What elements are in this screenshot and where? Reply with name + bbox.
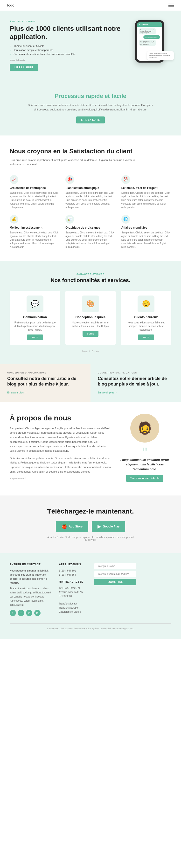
footer-email-input[interactable] [94, 571, 136, 577]
service-title-0: Communication [14, 315, 56, 319]
footer-link-1[interactable]: Transferts aéroport [59, 606, 87, 610]
service-btn-0[interactable]: SUITE [27, 335, 43, 340]
footer-address-title: NOTRE ADRESSE [59, 580, 87, 583]
feature-icon-4: 📊 [66, 215, 74, 223]
download-sub-text: Accéder à notre étude d'or pour explique… [47, 536, 134, 541]
service-text-1: Notre conception inspirée est amet matti… [69, 321, 112, 328]
blog-card-1: Conception d'applications Consultez notr… [90, 364, 181, 402]
services-grid: 💬 Communication Pretium tortor ipsum qui… [10, 291, 171, 345]
footer-link-0[interactable]: Transferts locaux [59, 601, 87, 606]
hero-image-label: Image de Freepik [10, 59, 121, 61]
googleplay-icon: ▶ [98, 524, 101, 529]
blog-label-0: Conception d'applications [7, 372, 83, 374]
feature-icon-1: 🎯 [66, 175, 74, 184]
hero-title: Plus de 1000 clients utilisant notre app… [10, 25, 121, 41]
service-card-1: 🎨 Conception inspirée Notre conception i… [65, 291, 116, 345]
footer-col-phone: APPELEZ-NOUS 1 (234) 567 891 1 (234) 987… [59, 563, 87, 616]
feature-item-2: ⏰ Le temps, c'est de l'argent Sample tex… [121, 175, 171, 209]
service-text-2: Nous vous aidons à vous faire à et sempe… [125, 321, 167, 332]
feature-text-0: Sample text. Click to select the text bo… [10, 191, 60, 209]
hero-floating-card: Lorem ipsum dolor sit amet adipiscing el… [147, 51, 174, 60]
service-title-2: Clients heureux [125, 315, 167, 319]
footer-bottom-text: Sample text. Click to select the text bo… [10, 627, 171, 630]
linkedin-button[interactable]: Trouvez-moi sur LinkedIn [126, 475, 163, 482]
about-profile: 🧔 " I help companies tincidunt tortor al… [118, 414, 171, 482]
footer-link-2[interactable]: Excursions et visites [59, 610, 87, 614]
feature-text-1: Sample text. Click to select the text bo… [66, 191, 115, 209]
about-title: À propos de nous [10, 414, 111, 422]
facebook-icon[interactable]: f [10, 610, 16, 616]
feature-item-1: 🎯 Planification stratégique Sample text.… [66, 175, 115, 209]
hero-list-item: Tarification simple et transparente [10, 49, 121, 52]
blog-card-0: Conception d'applications Consultez notr… [0, 364, 90, 402]
service-btn-1[interactable]: SUITE [82, 331, 98, 337]
footer: Entrer en contact Nous pouvons garantir … [0, 553, 181, 640]
process-cta-button[interactable]: LIRE LA SUITE [76, 117, 104, 123]
feature-icon-2: ⏰ [121, 175, 130, 184]
service-btn-2[interactable]: SUITE [138, 335, 154, 340]
feature-item-5: 🌐 Affaires mondiales Sample text. Click … [121, 215, 171, 249]
appstore-label: App Store [69, 525, 82, 528]
footer-name-input[interactable] [94, 563, 136, 569]
feature-title-1: Planification stratégique [66, 186, 115, 190]
service-text-0: Pretium tortor ipsum quis pellentesque i… [14, 321, 56, 332]
hero-section: À PROPOS DE NOUS Plus de 1000 clients ut… [0, 10, 181, 81]
appstore-button[interactable]: 🍎 App Store [56, 521, 88, 532]
hero-content: À PROPOS DE NOUS Plus de 1000 clients ut… [10, 20, 121, 71]
feature-text-4: Sample text. Click to select the text bo… [66, 231, 115, 249]
services-label: CARACTÉRISTIQUES [10, 273, 171, 275]
footer-address: 121 Rock Street, 21 Avenue, New York, NY… [59, 586, 87, 598]
footer-links: Transferts locaux Transferts aéroport Ex… [59, 601, 87, 614]
footer-col1-title: Entrer en contact [10, 563, 52, 566]
blog-link-0[interactable]: En savoir plus → [7, 391, 27, 394]
hamburger-button[interactable] [169, 4, 174, 7]
footer-bottom: Sample text. Click to select the text bo… [10, 623, 171, 630]
avatar: 🧔 [130, 414, 159, 442]
feature-item-0: 📈 Croissance de l'entreprise Sample text… [10, 175, 60, 209]
footer-col-contact: Entrer en contact Nous pouvons garantir … [10, 563, 52, 616]
footer-phone-1: 1 (234) 567 891 [59, 569, 87, 573]
process-title: Processus rapide et facile [10, 93, 171, 99]
blog-title-1: Consultez notre dernier article de blog … [98, 376, 174, 387]
satisfaction-title: Nous croyons en la Satisfaction du clien… [10, 148, 171, 155]
hero-list-item: Thème puissant et flexible [10, 44, 121, 48]
linkedin-icon[interactable]: in [26, 610, 32, 616]
hero-cta-button[interactable]: LIRE LA SUITE [10, 64, 38, 71]
service-icon-0: 💬 [27, 296, 44, 312]
service-card-0: 💬 Communication Pretium tortor ipsum qui… [10, 291, 60, 345]
phone-header-text: Your Friend [139, 24, 160, 25]
about-section: À propos de nous Sample text. Click to E… [0, 402, 181, 495]
footer-social: f t in ▶ [10, 610, 52, 616]
blog-label-1: Conception d'applications [98, 372, 174, 374]
twitter-icon[interactable]: t [18, 610, 24, 616]
chat-bubble-2: Lorem ipsum dolor [144, 35, 160, 39]
hero-label: À PROPOS DE NOUS [10, 20, 121, 23]
blog-title-0: Consultez notre dernier article de blog … [7, 376, 83, 387]
feature-item-4: 📊 Graphique de croissance Sample text. C… [66, 215, 115, 249]
feature-item-3: 💰 Meilleur investissement Sample text. C… [10, 215, 60, 249]
footer-submit-button[interactable]: SOUMETTRE [94, 579, 136, 585]
feature-title-2: Le temps, c'est de l'argent [121, 186, 171, 190]
footer-phone-title: APPELEZ-NOUS [59, 563, 87, 566]
feature-icon-0: 📈 [10, 175, 18, 184]
blog-section: Conception d'applications Consultez notr… [0, 364, 181, 402]
feature-title-0: Croissance de l'entreprise [10, 186, 60, 190]
hero-phone-mockup: Your Friend Lorem ipsum dolor sit amet,c… [126, 20, 174, 63]
googleplay-button[interactable]: ▶ Google Play [92, 521, 125, 532]
service-card-2: 😊 Clients heureux Nous vous aidons à vou… [121, 291, 171, 345]
chat-bubble-1: Lorem ipsum dolor sit amet,consectetur a… [139, 28, 156, 34]
quote-mark: " [118, 445, 171, 460]
download-title: Téléchargez-le maintenant. [10, 507, 171, 515]
footer-col-form: SOUMETTRE [94, 563, 136, 616]
logo: logo [7, 3, 15, 7]
apple-icon: 🍎 [61, 524, 67, 529]
service-icon-1: 🎨 [82, 296, 99, 312]
hero-list: Thème puissant et flexible Tarification … [10, 44, 121, 56]
youtube-icon[interactable]: ▶ [34, 610, 41, 616]
googleplay-label: Google Play [103, 525, 120, 528]
features-grid: 📈 Croissance de l'entreprise Sample text… [10, 175, 171, 249]
footer-grid: Entrer en contact Nous pouvons garantir … [10, 563, 171, 616]
service-title-1: Conception inspirée [69, 315, 112, 319]
blog-link-1[interactable]: En savoir plus → [98, 391, 117, 394]
services-freepik-label: Image de Freepik [10, 350, 171, 352]
